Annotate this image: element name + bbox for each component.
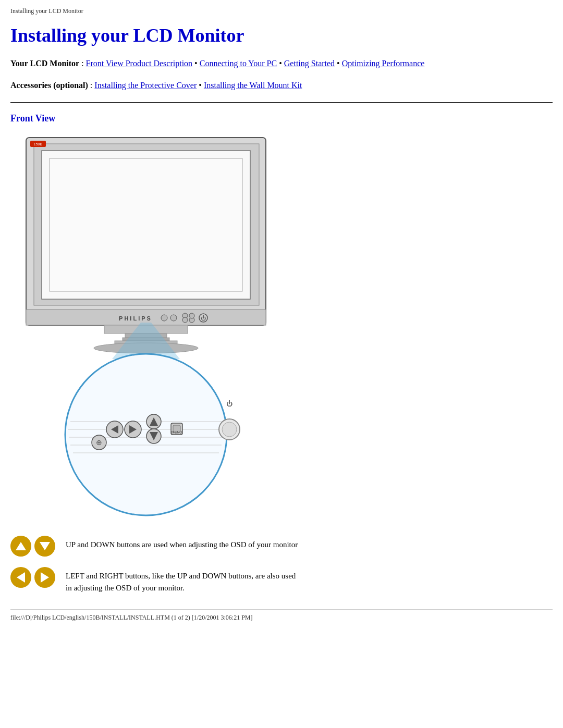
up-down-description: UP and DOWN buttons are used when adjust… [10, 536, 553, 557]
left-button-icon [10, 567, 31, 588]
up-button-icon [10, 536, 31, 557]
triangle-down-icon [40, 542, 50, 550]
left-right-description: LEFT and RIGHT buttons, like the UP and … [10, 567, 553, 594]
svg-point-12 [182, 317, 188, 323]
svg-point-9 [170, 315, 177, 321]
svg-text:PHILIPS: PHILIPS [119, 315, 152, 322]
right-button-icon [34, 567, 55, 588]
front-view-section-title: Front View [10, 113, 553, 124]
browser-tab: Installing your LCD Monitor [10, 5, 553, 19]
svg-rect-3 [50, 158, 242, 291]
svg-text:150B: 150B [34, 142, 43, 146]
down-button-icon [34, 536, 55, 557]
svg-point-13 [189, 313, 194, 318]
front-view-link[interactable]: Front View Product Description [86, 59, 193, 68]
page-title: Installing your LCD Monitor [10, 24, 553, 46]
svg-text:⊕: ⊕ [96, 438, 102, 447]
left-right-buttons [10, 567, 55, 588]
svg-point-22 [65, 354, 227, 515]
triangle-up-icon [16, 542, 26, 550]
divider [10, 102, 553, 103]
accessories-label: Accessories (optional) [10, 81, 88, 90]
protective-cover-link[interactable]: Installing the Protective Cover [94, 81, 197, 90]
status-bar: file:///D|/Philips LCD/english/150B/INST… [10, 609, 553, 622]
left-right-text: LEFT and RIGHT buttons, like the UP and … [66, 567, 296, 594]
svg-point-8 [161, 315, 167, 321]
your-lcd-label: Your LCD Monitor [10, 59, 79, 68]
up-down-text: UP and DOWN buttons are used when adjust… [66, 536, 298, 551]
triangle-right-icon [41, 572, 49, 583]
up-down-buttons [10, 536, 55, 557]
triangle-left-icon [17, 572, 25, 583]
getting-started-link[interactable]: Getting Started [284, 59, 335, 68]
optimizing-link[interactable]: Optimizing Performance [342, 59, 425, 68]
your-lcd-nav: Your LCD Monitor : Front View Product De… [10, 57, 553, 70]
svg-text:MENU: MENU [172, 430, 182, 434]
wall-mount-link[interactable]: Installing the Wall Mount Kit [204, 81, 302, 90]
monitor-illustration: PHILIPS 150B ⏻ ⏻ [10, 132, 553, 530]
accessories-nav: Accessories (optional) : Installing the … [10, 79, 553, 92]
svg-text:⏻: ⏻ [201, 315, 206, 321]
svg-point-43 [222, 422, 237, 437]
svg-text:⏻: ⏻ [226, 400, 232, 408]
connecting-link[interactable]: Connecting to Your PC [200, 59, 277, 68]
